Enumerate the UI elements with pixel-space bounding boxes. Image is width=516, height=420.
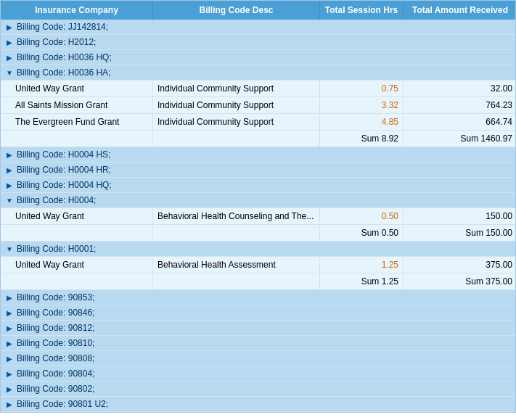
group-header-row[interactable]: ▶ Billing Code: 90853; [1, 290, 515, 305]
hrs-cell: 0.50 [320, 208, 404, 224]
desc-cell: Individual Community Support [153, 114, 320, 130]
col-billing-desc: Billing Code Desc [153, 1, 320, 20]
hrs-cell: 3.32 [320, 97, 404, 113]
company-cell: United Way Grant [1, 208, 153, 224]
sum-empty1 [1, 131, 153, 147]
desc-cell: Behavioral Health Assessment [153, 257, 320, 273]
company-cell: All Saints Mission Grant [1, 97, 153, 113]
group-header-row[interactable]: ▶ Billing Code: H0004 HQ; [1, 178, 515, 193]
group-label-text: Billing Code: H0036 HQ; [17, 52, 112, 62]
group-header-row[interactable]: ▼ Billing Code: H0036 HA; [1, 65, 515, 81]
group-label-text: Billing Code: H0036 HA; [17, 67, 110, 78]
group-header-row[interactable]: ▶ Billing Code: H0004 HR; [1, 162, 515, 178]
toggle-icon[interactable]: ▶ [5, 384, 14, 393]
group-label-text: Billing Code: JJ142814; [17, 22, 108, 32]
col-amount: Total Amount Received [404, 1, 516, 20]
group-label-text: Billing Code: H0001; [17, 244, 96, 254]
group-label-text: Billing Code: 90812; [17, 323, 94, 333]
amount-cell: 664.74 [404, 114, 516, 130]
sum-row: Sum 8.92 Sum 1460.97 [1, 131, 515, 147]
group-label-text: Billing Code: H0004 HR; [17, 165, 111, 175]
amount-cell: 150.00 [404, 208, 516, 224]
group-label-text: Billing Code: 90808; [17, 353, 94, 363]
sum-empty1 [1, 273, 153, 289]
group-label-text: Billing Code: H0004 HQ; [17, 180, 112, 190]
group-label-text: Billing Code: 90810; [17, 338, 94, 348]
toggle-icon[interactable]: ▶ [5, 324, 14, 332]
company-cell: The Evergreen Fund Grant [1, 114, 153, 130]
group-header-row[interactable]: ▶ Billing Code: 90804; [1, 366, 515, 382]
company-cell: United Way Grant [1, 81, 153, 96]
sum-row: Sum 0.50 Sum 150.00 [1, 225, 515, 242]
desc-cell: Behavioral Health Counseling and The... [153, 208, 320, 224]
col-insurance: Insurance Company [1, 1, 153, 20]
sum-hrs: Sum 0.50 [320, 225, 404, 241]
toggle-icon[interactable]: ▶ [5, 181, 14, 189]
report-table: Insurance Company Billing Code Desc Tota… [0, 0, 516, 413]
toggle-icon[interactable]: ▶ [5, 308, 14, 317]
group-header-row[interactable]: ▶ Billing Code: H0036 HQ; [1, 50, 515, 65]
group-header-row[interactable]: ▶ Billing Code: JJ142814; [1, 20, 515, 35]
group-label-text: Billing Code: 90804; [17, 368, 94, 379]
sum-empty2 [153, 225, 320, 241]
toggle-icon[interactable]: ▼ [5, 196, 14, 205]
table-row: The Evergreen Fund Grant Individual Comm… [1, 114, 515, 131]
sum-empty2 [153, 273, 320, 289]
hrs-cell: 1.25 [320, 257, 404, 273]
hrs-cell: 0.75 [320, 81, 404, 96]
table-body: ▶ Billing Code: JJ142814; ▶ Billing Code… [1, 20, 515, 412]
group-label-text: Billing Code: H2012; [17, 37, 96, 47]
group-header-row[interactable]: ▶ Billing Code: 90808; [1, 351, 515, 366]
toggle-icon[interactable]: ▶ [5, 400, 14, 408]
hrs-cell: 4.85 [320, 114, 404, 130]
group-header-row[interactable]: ▶ Billing Code: H2012; [1, 35, 515, 50]
toggle-icon[interactable]: ▶ [5, 150, 14, 159]
sum-row: Sum 1.25 Sum 375.00 [1, 273, 515, 290]
desc-cell: Individual Community Support [153, 81, 320, 96]
toggle-icon[interactable]: ▼ [5, 68, 14, 77]
desc-cell: Individual Community Support [153, 97, 320, 113]
group-label-text: Billing Code: 90801 U2; [17, 399, 108, 409]
toggle-icon[interactable]: ▶ [5, 293, 14, 302]
group-label-text: Billing Code: 90846; [17, 308, 94, 318]
table-row: United Way Grant Behavioral Health Couns… [1, 208, 515, 225]
sum-amount: Sum 375.00 [404, 273, 516, 289]
sum-amount: Sum 1460.97 [404, 131, 516, 147]
company-cell: United Way Grant [1, 257, 153, 273]
group-header-row[interactable]: ▼ Billing Code: H0004; [1, 193, 515, 208]
group-header-row[interactable]: ▶ Billing Code: 90802; [1, 382, 515, 397]
toggle-icon[interactable]: ▶ [5, 339, 14, 347]
amount-cell: 32.00 [404, 81, 516, 96]
toggle-icon[interactable]: ▶ [5, 53, 14, 62]
group-header-row[interactable]: ▶ Billing Code: 90812; [1, 321, 515, 336]
sum-amount: Sum 150.00 [404, 225, 516, 241]
toggle-icon[interactable]: ▼ [5, 244, 14, 253]
table-row: United Way Grant Behavioral Health Asses… [1, 257, 515, 273]
sum-empty1 [1, 225, 153, 241]
table-row: All Saints Mission Grant Individual Comm… [1, 97, 515, 114]
sum-hrs: Sum 8.92 [320, 131, 404, 147]
toggle-icon[interactable]: ▶ [5, 38, 14, 46]
table-row: United Way Grant Individual Community Su… [1, 81, 515, 97]
toggle-icon[interactable]: ▶ [5, 354, 14, 363]
group-header-row[interactable]: ▼ Billing Code: H0001; [1, 242, 515, 257]
col-session-hrs: Total Session Hrs [320, 1, 404, 20]
sum-hrs: Sum 1.25 [320, 273, 404, 289]
group-label-text: Billing Code: 90853; [17, 292, 94, 302]
amount-cell: 764.23 [404, 97, 516, 113]
group-label-text: Billing Code: 90802; [17, 384, 94, 394]
table-header: Insurance Company Billing Code Desc Tota… [1, 1, 515, 20]
group-label-text: Billing Code: H0004 HS; [17, 149, 110, 160]
toggle-icon[interactable]: ▶ [5, 22, 14, 31]
toggle-icon[interactable]: ▶ [5, 369, 14, 378]
group-header-row[interactable]: ▶ Billing Code: H0004 HS; [1, 147, 515, 162]
group-header-row[interactable]: ▶ Billing Code: 90846; [1, 305, 515, 321]
amount-cell: 375.00 [404, 257, 516, 273]
sum-empty2 [153, 131, 320, 147]
group-header-row[interactable]: ▶ Billing Code: 90810; [1, 336, 515, 351]
group-header-row[interactable]: ▶ Billing Code: 90801 U2; [1, 397, 515, 412]
toggle-icon[interactable]: ▶ [5, 165, 14, 174]
group-label-text: Billing Code: H0004; [17, 195, 96, 205]
